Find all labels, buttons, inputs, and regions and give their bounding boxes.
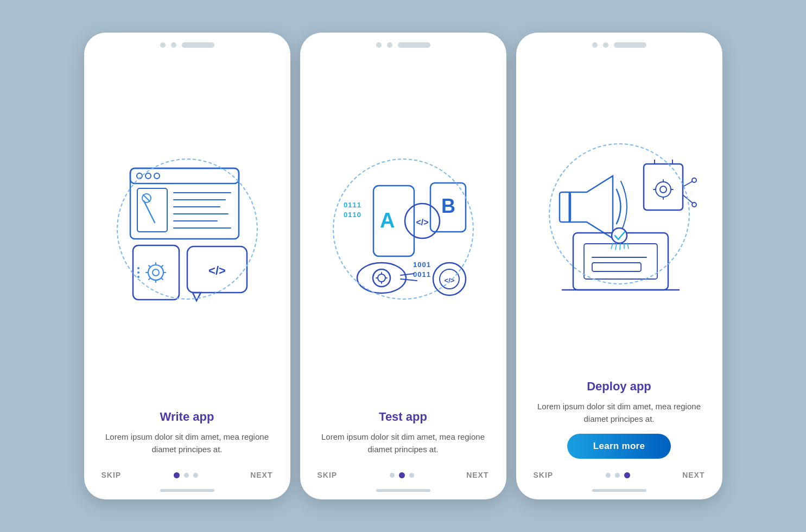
dot-3b: [409, 473, 414, 478]
deploy-app-content: Deploy app Lorem ipsum dolor sit dim ame…: [516, 370, 722, 465]
dot-2: [184, 473, 189, 478]
write-app-illustration: </>: [84, 53, 290, 400]
home-bar-2: [376, 489, 430, 492]
write-app-dots: [174, 472, 198, 478]
deploy-app-skip[interactable]: SKIP: [534, 471, 554, 479]
test-app-illustration: 0111 0110 1001 0011 A </> B: [300, 53, 506, 400]
svg-point-69: [692, 202, 696, 207]
dot-3: [193, 473, 198, 478]
dashed-circle-1: [117, 159, 258, 300]
write-app-title: Write app: [101, 410, 273, 424]
deploy-app-dots: [606, 472, 630, 478]
speaker-dot-3: [603, 42, 608, 48]
dashed-circle-2: [333, 159, 474, 300]
phone-test-app: 0111 0110 1001 0011 A </> B: [300, 33, 506, 499]
deploy-app-desc: Lorem ipsum dolor sit dim amet, mea regi…: [534, 400, 705, 426]
test-app-desc: Lorem ipsum dolor sit dim amet, mea regi…: [318, 430, 489, 456]
speaker-dot-1: [171, 42, 176, 48]
home-bar-3: [592, 489, 646, 492]
camera-dot-2: [376, 42, 382, 48]
write-app-content: Write app Lorem ipsum dolor sit dim amet…: [84, 400, 290, 465]
test-app-title: Test app: [318, 410, 489, 424]
test-app-content: Test app Lorem ipsum dolor sit dim amet,…: [300, 400, 506, 465]
deploy-app-illustration: [516, 53, 722, 370]
test-app-dots: [390, 472, 414, 478]
phone-top-bar-2: [300, 33, 506, 53]
camera-dot-1: [160, 42, 166, 48]
dot-3c: [624, 472, 630, 478]
test-app-nav: SKIP NEXT: [300, 464, 506, 487]
write-app-skip[interactable]: SKIP: [101, 471, 122, 479]
write-app-next[interactable]: NEXT: [250, 471, 272, 479]
dot-2c: [615, 473, 620, 478]
learn-more-button[interactable]: Learn more: [567, 434, 671, 459]
dot-1c: [606, 473, 611, 478]
write-app-desc: Lorem ipsum dolor sit dim amet, mea regi…: [101, 430, 273, 456]
speaker-bar-1: [182, 42, 214, 48]
speaker-bar-2: [398, 42, 430, 48]
write-app-nav: SKIP NEXT: [84, 464, 290, 487]
dashed-circle-3: [549, 143, 690, 284]
deploy-app-next[interactable]: NEXT: [682, 471, 705, 479]
deploy-app-title: Deploy app: [534, 379, 705, 394]
svg-point-67: [692, 178, 696, 182]
speaker-bar-3: [614, 42, 646, 48]
dot-1b: [390, 473, 395, 478]
test-app-next[interactable]: NEXT: [466, 471, 488, 479]
speaker-dot-2: [387, 42, 392, 48]
phone-top-bar-1: [84, 33, 290, 53]
home-bar-1: [160, 489, 214, 492]
dot-1: [174, 472, 180, 478]
dot-2b: [399, 472, 405, 478]
phone-top-bar-3: [516, 33, 722, 53]
test-app-skip[interactable]: SKIP: [318, 471, 338, 479]
deploy-app-nav: SKIP NEXT: [516, 464, 722, 487]
camera-dot-3: [592, 42, 598, 48]
phone-deploy-app: Deploy app Lorem ipsum dolor sit dim ame…: [516, 33, 722, 499]
phone-write-app: </> Write app Lorem ipsum dolor sit dim …: [84, 33, 290, 499]
phones-container: </> Write app Lorem ipsum dolor sit dim …: [84, 33, 722, 499]
